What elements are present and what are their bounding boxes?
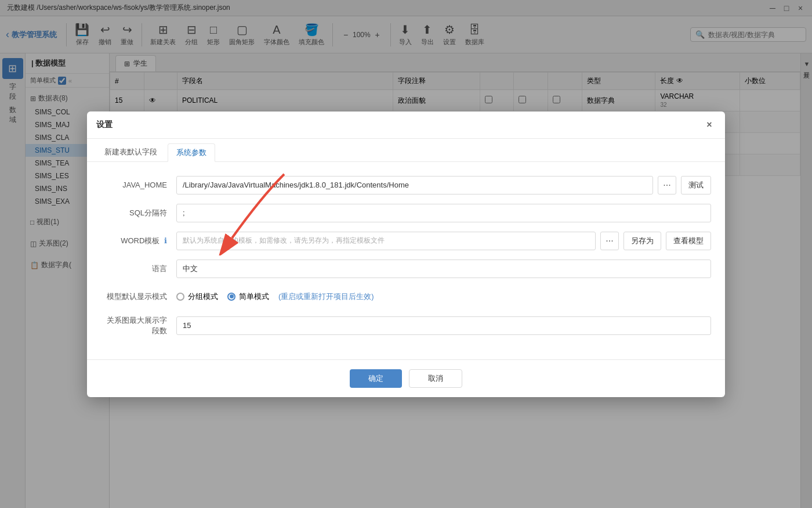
language-row: 语言 [101, 260, 711, 278]
display-mode-radio-group: 分组模式 简单模式 (重启或重新打开项目后生效) [176, 291, 374, 302]
word-template-view-button[interactable]: 查看模型 [666, 232, 711, 250]
radio-circle-simple [227, 293, 235, 301]
dialog-header: 设置 × [87, 111, 725, 139]
display-mode-row: 模型默认显示模式 分组模式 简单模式 (重启或重新打 [101, 287, 711, 306]
radio-label-simple: 简单模式 [239, 291, 269, 302]
dialog-footer: 确定 取消 [87, 359, 725, 397]
word-template-row: WORD模板 ℹ 默认为系统自带的模板，如需修改，请先另存为，再指定模板文件 ·… [101, 232, 711, 250]
java-home-row: JAVA_HOME ··· 测试 [101, 176, 711, 194]
tab-system-params[interactable]: 系统参数 [168, 143, 215, 162]
language-input[interactable] [176, 260, 711, 278]
word-template-label: WORD模板 ℹ [101, 236, 176, 246]
confirm-button[interactable]: 确定 [350, 369, 402, 388]
word-template-placeholder: 默认为系统自带的模板，如需修改，请先另存为，再指定模板文件 [176, 232, 596, 250]
max-fields-label: 关系图最大展示字段数 [101, 315, 176, 336]
sql-separator-input[interactable] [176, 204, 711, 222]
radio-label-group: 分组模式 [188, 291, 218, 302]
display-mode-label: 模型默认显示模式 [101, 291, 176, 302]
dialog-body: JAVA_HOME ··· 测试 SQL分隔符 WORD模板 ℹ [87, 162, 725, 359]
word-template-dots-button[interactable]: ··· [600, 232, 619, 250]
max-fields-row: 关系图最大展示字段数 [101, 315, 711, 336]
settings-dialog: 设置 × 新建表默认字段 系统参数 JAVA_HOME ··· 测试 SQL分隔… [87, 111, 725, 397]
display-mode-value: 分组模式 简单模式 (重启或重新打开项目后生效) [176, 291, 711, 302]
max-fields-value [176, 316, 711, 335]
radio-simple-mode[interactable]: 简单模式 [227, 291, 269, 302]
dialog-title: 设置 [96, 120, 113, 130]
word-template-info-icon[interactable]: ℹ [164, 236, 167, 245]
display-mode-note: (重启或重新打开项目后生效) [278, 291, 374, 302]
cancel-button[interactable]: 取消 [409, 369, 462, 388]
dialog-tabs: 新建表默认字段 系统参数 [87, 139, 725, 162]
radio-circle-group [176, 293, 184, 301]
java-home-dots-button[interactable]: ··· [658, 176, 676, 194]
tab-default-fields[interactable]: 新建表默认字段 [96, 143, 165, 161]
sql-separator-label: SQL分隔符 [101, 208, 176, 218]
radio-dot-simple [230, 294, 234, 298]
java-home-value: ··· 测试 [176, 176, 711, 194]
java-home-test-button[interactable]: 测试 [681, 176, 711, 194]
radio-group-mode[interactable]: 分组模式 [176, 291, 218, 302]
max-fields-input[interactable] [176, 316, 711, 335]
sql-separator-value [176, 204, 711, 222]
dialog-close-button[interactable]: × [703, 118, 716, 131]
word-template-value: 默认为系统自带的模板，如需修改，请先另存为，再指定模板文件 ··· 另存为 查看… [176, 232, 711, 250]
word-template-save-as-button[interactable]: 另存为 [624, 232, 661, 250]
language-value [176, 260, 711, 278]
java-home-input[interactable] [176, 176, 653, 194]
sql-separator-row: SQL分隔符 [101, 204, 711, 222]
language-label: 语言 [101, 264, 176, 274]
java-home-label: JAVA_HOME [101, 181, 176, 189]
modal-overlay: 设置 × 新建表默认字段 系统参数 JAVA_HOME ··· 测试 SQL分隔… [0, 0, 812, 508]
